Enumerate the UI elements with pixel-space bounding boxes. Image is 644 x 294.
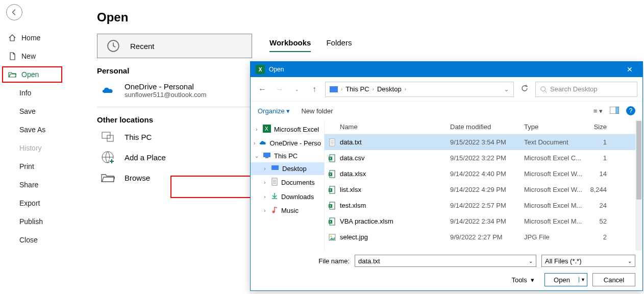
file-type: Microsoft Excel W... [524,170,585,178]
file-name: test.xlsm [340,202,450,209]
tree-chevron-icon[interactable]: › [262,194,268,200]
vertical-scrollbar[interactable] [635,120,642,251]
file-row[interactable]: Xtest.xlsm9/14/2022 2:57 PMMicrosoft Exc… [325,198,642,213]
filename-value: data.txt [358,257,380,265]
svg-point-32 [331,235,332,237]
tree-item[interactable]: ›Music [251,204,324,217]
nav-open-label: Open [21,70,39,79]
nav-recent-dropdown[interactable]: ⌄ [290,83,304,96]
tree-item[interactable]: ›Desktop [251,162,324,175]
file-name: list.xlsx [340,186,450,193]
file-row[interactable]: select.jpg9/9/2022 2:27 PMJPG File2 [325,229,642,245]
search-input[interactable]: Search Desktop [535,82,637,97]
tree-chevron-icon[interactable]: › [262,208,268,213]
svg-rect-11 [265,157,268,158]
nav-close[interactable]: Close [0,231,82,249]
file-row[interactable]: Xdata.xlsx9/14/2022 4:40 PMMicrosoft Exc… [325,166,642,182]
tab-workbooks[interactable]: Workbooks [269,38,311,52]
file-icon [325,138,340,146]
help-button[interactable]: ? [626,106,635,115]
col-size[interactable]: Size [585,123,610,131]
back-button[interactable] [6,4,22,20]
col-name[interactable]: Name [325,123,450,131]
tree-item[interactable]: ›XMicrosoft Excel [251,122,324,137]
nav-forward[interactable]: → [273,83,286,96]
breadcrumb-root[interactable]: This PC [345,85,369,93]
file-row[interactable]: data.txt9/15/2022 3:54 PMText Document1 [325,134,642,150]
col-type[interactable]: Type [524,123,585,131]
tree-item[interactable]: ›Downloads [251,190,324,204]
svg-text:X: X [329,220,332,224]
open-split-dropdown[interactable]: ▼ [579,277,587,282]
tree-chevron-icon[interactable]: › [262,166,268,172]
file-date: 9/14/2022 4:40 PM [450,170,524,178]
nav-open[interactable]: Open [0,65,82,84]
nav-info[interactable]: Info [0,84,82,102]
file-row[interactable]: Xlist.xlsx9/14/2022 4:29 PMMicrosoft Exc… [325,182,642,198]
cancel-button[interactable]: Cancel [592,273,635,286]
dialog-close-button[interactable]: ✕ [622,65,637,74]
tree-chevron-icon[interactable]: › [254,140,256,146]
tree-item-label: Music [281,207,299,214]
file-date: 9/15/2022 3:54 PM [450,138,524,146]
tree-item[interactable]: ⌄This PC [251,150,324,162]
svg-text:X: X [329,157,332,160]
tree-chevron-icon[interactable]: › [254,127,260,132]
tree-item[interactable]: ›OneDrive - Perso [251,137,324,150]
breadcrumb-dropdown[interactable]: ⌄ [504,85,509,93]
file-type: JPG File [524,233,585,241]
dialog-bottom: File name: data.txt ⌄ All Files (*.*) ⌄ … [251,251,642,290]
breadcrumb-sep-icon: › [373,86,374,92]
file-filter-select[interactable]: All Files (*.*) ⌄ [541,255,635,267]
nav-publish[interactable]: Publish [0,212,82,231]
tree-item[interactable]: ›Documents [251,175,324,190]
refresh-button[interactable] [518,84,531,94]
breadcrumb[interactable]: › This PC › Desktop › ⌄ [325,82,514,97]
svg-text:X: X [329,173,332,176]
tools-menu[interactable]: Tools ▾ [511,276,534,284]
new-folder-button[interactable]: New folder [301,107,333,115]
nav-save-as[interactable]: Save As [0,120,82,139]
open-button[interactable]: Open ▼ [544,273,587,286]
nav-new[interactable]: New [0,47,82,65]
nav-save[interactable]: Save [0,102,82,120]
excel-app-icon: X [256,65,265,74]
organize-menu[interactable]: Organize ▾ [258,107,290,115]
tree-folder-icon [259,139,267,147]
tab-folders[interactable]: Folders [326,38,352,52]
breadcrumb-sep-icon: › [405,86,406,92]
nav-back[interactable]: ← [256,83,269,96]
file-row[interactable]: Xdata.csv9/15/2022 3:22 PMMicrosoft Exce… [325,150,642,166]
tree-chevron-icon[interactable]: › [262,180,268,185]
filename-input[interactable]: data.txt ⌄ [355,255,536,267]
file-size: 8,244 [585,186,610,193]
nav-up[interactable]: ↑ [308,83,321,96]
svg-text:X: X [265,126,268,132]
nav-print[interactable]: Print [0,157,82,176]
browse-icon [100,172,115,183]
onedrive-icon [100,86,115,95]
svg-rect-7 [615,107,619,114]
col-date[interactable]: Date modified [450,123,524,131]
tree-item-label: Documents [281,179,315,186]
tree-chevron-icon[interactable]: ⌄ [254,153,260,159]
svg-rect-12 [271,165,279,170]
tree-item-label: This PC [274,152,298,160]
file-date: 9/14/2022 2:34 PM [450,217,524,225]
nav-home[interactable]: Home [0,29,82,47]
file-type: Text Document [524,138,585,146]
view-options[interactable]: ≡ ▾ [593,107,603,115]
filter-dropdown-icon[interactable]: ⌄ [628,258,632,264]
this-pc-label: This PC [125,133,152,141]
filename-dropdown-icon[interactable]: ⌄ [529,258,533,264]
svg-point-5 [541,86,546,91]
add-place-label: Add a Place [125,153,166,162]
nav-share[interactable]: Share [0,176,82,194]
nav-export[interactable]: Export [0,194,82,212]
file-list-pane: Name Date modified Type Size data.txt9/1… [325,120,642,251]
breadcrumb-current[interactable]: Desktop [377,85,402,93]
recent-button[interactable]: Recent [97,34,252,58]
preview-pane-toggle[interactable] [610,107,619,115]
file-row[interactable]: XVBA practice.xlsm9/14/2022 2:34 PMMicro… [325,213,642,229]
file-size: 24 [585,202,610,209]
